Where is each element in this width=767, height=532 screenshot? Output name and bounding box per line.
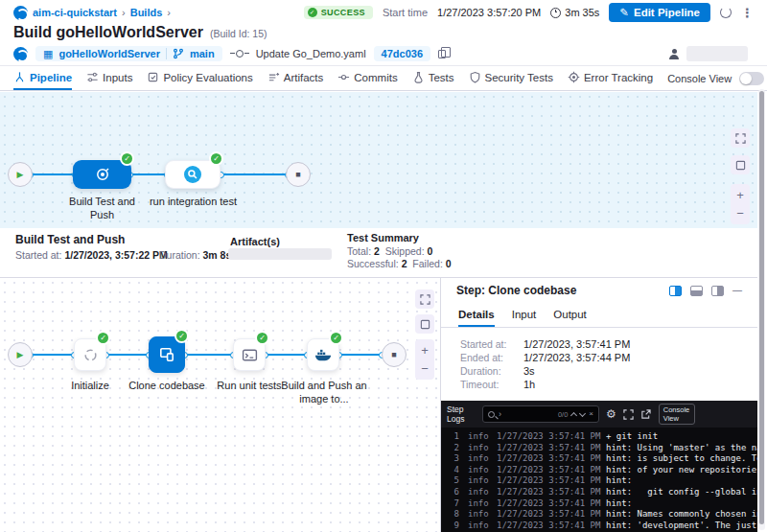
success-check-icon: ✓ [255,331,269,345]
test-summary-row1: Total: 2 Skipped: 0 [347,245,432,257]
pipeline-icon [13,71,26,83]
user-name-redacted [686,46,748,61]
success-check-icon: ✓ [96,331,110,345]
search-next-icon[interactable] [579,409,586,416]
zoom-in-button[interactable]: + [421,344,429,357]
refresh-icon[interactable] [720,7,732,18]
commit-sha[interactable]: 47dc036 [374,46,430,61]
stage-pipeline-canvas[interactable]: ▶ ✓ ✓ ■ Build Test and Push run integrat… [0,92,757,228]
log-line: 1info1/27/2023 3:57:41 PM+ git init [448,431,757,443]
zoom-out-button[interactable]: − [421,362,429,375]
stage-label[interactable]: Build Test and Push [57,195,148,222]
shield-icon [469,71,481,83]
log-line: 6info1/27/2023 3:57:41 PMhint: git confi… [448,487,757,498]
tab-input[interactable]: Input [512,304,537,327]
pipeline-edge [106,354,149,356]
artifacts-icon [267,71,280,83]
target-icon [568,71,580,83]
branch-name[interactable]: main [190,48,215,59]
search-prev-icon[interactable] [570,411,577,418]
policy-icon [147,71,159,83]
pipeline-edge [31,354,74,356]
layout-right-icon[interactable] [711,286,724,296]
canvas-fullscreen-button[interactable] [731,128,750,148]
step-panel-title: Step: Clone codebase [456,284,576,297]
canvas-fullscreen-button[interactable] [415,289,434,309]
edit-pipeline-label: Edit Pipeline [634,7,700,18]
zoom-out-button[interactable]: − [736,207,744,220]
elapsed-value: 3m 35s [565,7,599,18]
expand-logs-icon[interactable] [623,409,634,420]
commits-icon [337,71,350,83]
step-label[interactable]: Initialize [52,379,128,392]
console-view-button[interactable]: Console View [659,404,695,426]
kebab-menu-icon[interactable]: ⋮ [741,7,754,19]
canvas-zoom-group: + − [731,184,750,224]
initialize-icon [82,347,99,363]
tab-artifacts[interactable]: Artifacts [267,66,324,90]
layout-split-right-icon[interactable] [669,286,682,296]
log-search-input[interactable]: › 0/0 × [482,405,599,423]
artifacts-label: Artifact(s) [230,236,280,247]
stage-label[interactable]: run integration test [148,195,239,208]
log-line: 4info1/27/2023 3:57:41 PMhint: of your n… [448,465,757,476]
top-bar: aim-ci-quickstart › Builds › ✓ SUCCESS S… [0,0,767,25]
stop-icon: ■ [295,171,300,179]
step-label[interactable]: Clone codebase [124,379,210,392]
layout-bottom-icon[interactable] [690,286,703,296]
step-logs-title: Step Logs [447,405,476,424]
repo-name[interactable]: goHelloWorldServer [58,48,160,59]
minimize-panel-icon[interactable]: — [732,286,742,295]
edit-pipeline-button[interactable]: ✎ Edit Pipeline [609,3,710,22]
inputs-icon [86,71,99,83]
step-logs-header: Step Logs › 0/0 × ⚙ Console View [441,401,757,428]
log-body[interactable]: 1info1/27/2023 3:57:41 PM+ git init 2inf… [441,428,757,532]
success-check-icon: ✓ [209,151,223,166]
build-id: (Build Id: 15) [210,28,267,39]
pipeline-edge [266,354,307,356]
commit-group: Update Go_Demo.yaml [230,48,366,59]
step-detail-rows: Started at:1/27/2023, 3:57:41 PM Ended a… [460,337,750,391]
tab-error-tracking[interactable]: Error Tracking [568,66,653,90]
chevron-right-icon: › [122,7,126,18]
canvas-fit-view-button[interactable] [415,314,434,334]
chevron-right-icon: › [167,7,171,18]
step-pipeline-canvas[interactable]: ▶ ✓ ✓ [0,278,441,532]
tab-label: Pipeline [30,72,72,83]
tab-label: Policy Evaluations [163,72,252,83]
harness-build-page: aim-ci-quickstart › Builds › ✓ SUCCESS S… [0,0,767,532]
breadcrumb-project[interactable]: aim-ci-quickstart [33,7,117,18]
tab-output[interactable]: Output [553,304,587,327]
step-logs-panel: Step Logs › 0/0 × ⚙ Console View [441,401,757,532]
pipeline-edge [130,173,167,175]
detail-row-timeout: Timeout:1h [460,378,750,391]
top-bar-right: ✓ SUCCESS Start time 1/27/2023 3:57:20 P… [304,3,754,22]
tab-tests[interactable]: Tests [412,66,454,90]
zoom-in-button[interactable]: + [736,189,744,201]
commit-message[interactable]: Update Go_Demo.yaml [256,48,366,59]
copy-icon[interactable] [438,50,446,58]
tab-label: Error Tracking [584,72,653,83]
scrollbar-thumb[interactable] [759,91,764,524]
search-clear-icon[interactable]: × [589,410,593,418]
page-scrollbar[interactable] [758,89,765,530]
tab-inputs[interactable]: Inputs [86,66,132,90]
harness-logo-icon [13,6,28,20]
console-view-toggle[interactable] [739,72,764,85]
canvas-fit-view-button[interactable] [731,155,750,174]
pipeline-start-node: ▶ [8,162,33,187]
test-summary-title: Test Summary [347,232,419,243]
repo-branch-pill[interactable]: ▦ goHelloWorldServer main [35,46,222,61]
tab-commits[interactable]: Commits [337,66,397,90]
gear-icon[interactable]: ⚙ [606,408,616,420]
tab-security-tests[interactable]: Security Tests [469,66,553,90]
log-line: 8info1/27/2023 3:57:41 PMhint: Names com… [448,509,757,520]
open-in-new-icon[interactable] [640,409,651,420]
tab-pipeline[interactable]: Pipeline [13,66,72,90]
breadcrumb-builds[interactable]: Builds [130,7,163,18]
canvas-zoom-group: + − [415,339,434,380]
tab-details[interactable]: Details [458,304,495,327]
step-label[interactable]: Build and Push an image to... [276,379,372,406]
search-prompt: › [499,410,501,419]
tab-policy-evaluations[interactable]: Policy Evaluations [147,66,252,90]
